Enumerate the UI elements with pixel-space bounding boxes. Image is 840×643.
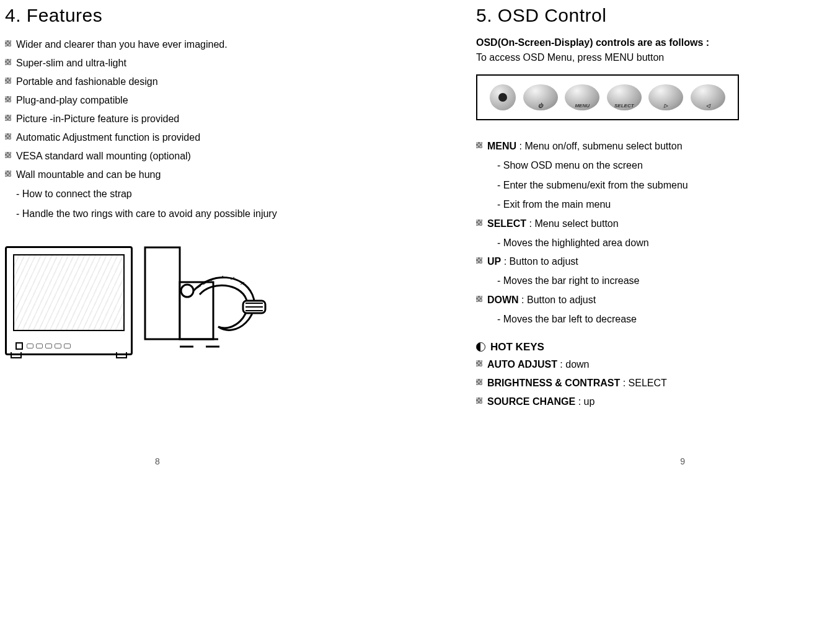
bullet-icon [476, 379, 482, 385]
osd-control: DOWN : Button to adjust [476, 293, 811, 308]
osd-control-text: UP : Button to adjust [487, 254, 578, 269]
osd-control-text: SELECT : Menu select button [487, 216, 619, 231]
hotkey-text: BRIGHTNESS & CONTRAST : SELECT [487, 376, 667, 391]
feature-item: Wall mountable and can be hung [5, 167, 352, 182]
bullet-icon [5, 133, 11, 140]
features-heading: 4. Features [5, 5, 352, 26]
osd-control: UP : Button to adjust [476, 254, 811, 269]
bullet-icon [476, 296, 482, 302]
feature-item: Portable and fashionable design [5, 74, 352, 89]
feature-subitem: - Handle the two rings with care to avoi… [16, 206, 352, 222]
left-column: 4. Features Wider and clearer than you h… [5, 5, 352, 413]
feature-text: Picture -in-Picture feature is provided [16, 112, 179, 126]
osd-control-sub: - Moves the bar left to decrease [497, 311, 811, 327]
feature-item: VESA standard wall mounting (optional) [5, 149, 352, 164]
bullet-icon [476, 142, 482, 148]
hotkeys-heading: HOT KEYS [476, 341, 811, 353]
bullet-icon [5, 59, 11, 65]
hotkey-text: AUTO ADJUST : down [487, 357, 590, 372]
page-number-left: 8 [155, 456, 160, 466]
menu-button-icon [565, 84, 599, 110]
hotkey-item: BRIGHTNESS & CONTRAST : SELECT [476, 376, 811, 391]
bullet-icon [476, 397, 482, 404]
feature-text: Wider and clearer than you have ever ima… [16, 37, 228, 52]
osd-heading: 5. OSD Control [476, 5, 811, 26]
monitor-icon [5, 246, 133, 355]
osd-control-sub: - Enter the submenu/exit from the submen… [497, 177, 811, 193]
bullet-icon [5, 96, 11, 102]
feature-text: Wall mountable and can be hung [16, 167, 161, 182]
bullet-icon [476, 220, 482, 226]
osd-control-sub: - Moves the bar right to increase [497, 273, 811, 289]
feature-item: Super-slim and ultra-light [5, 56, 352, 71]
select-button-icon [607, 84, 642, 110]
osd-control-sub: - Exit from the main menu [497, 197, 811, 213]
svg-rect-0 [145, 247, 180, 339]
bullet-icon [476, 360, 482, 366]
down-button-icon [691, 84, 725, 110]
hotkeys-title-text: HOT KEYS [490, 341, 544, 353]
feature-item: Wider and clearer than you have ever ima… [5, 37, 352, 52]
osd-intro-bold: OSD(On-Screen-Display) controls are as f… [476, 37, 811, 48]
bullet-icon [5, 171, 11, 177]
osd-intro: To access OSD Menu, press MENU button [476, 52, 811, 63]
power-button-icon [523, 84, 558, 110]
bullet-icon [5, 152, 11, 158]
up-button-icon [648, 84, 683, 110]
osd-control-sub: - Show OSD menu on the screen [497, 157, 811, 174]
hotkey-item: SOURCE CHANGE : up [476, 394, 811, 409]
power-led-icon [490, 84, 516, 110]
right-column: 5. OSD Control OSD(On-Screen-Display) co… [476, 5, 811, 413]
feature-text: VESA standard wall mounting (optional) [16, 149, 191, 164]
strap-illustration [5, 246, 352, 358]
button-row-illustration [476, 74, 739, 120]
feature-item: Picture -in-Picture feature is provided [5, 112, 352, 126]
bullet-icon [5, 78, 11, 84]
feature-text: Automatic Adjustment function is provide… [16, 130, 200, 145]
osd-control: SELECT : Menu select button [476, 216, 811, 231]
osd-control: MENU : Menu on/off, submenu select butto… [476, 139, 811, 154]
hotkey-item: AUTO ADJUST : down [476, 357, 811, 372]
osd-control-text: MENU : Menu on/off, submenu select butto… [487, 139, 683, 154]
osd-control-text: DOWN : Button to adjust [487, 293, 596, 308]
feature-item: Automatic Adjustment function is provide… [5, 130, 352, 145]
feature-subitem: - How to connect the strap [16, 186, 352, 202]
bullet-icon [476, 257, 482, 264]
feature-text: Portable and fashionable design [16, 74, 158, 89]
feature-text: Super-slim and ultra-light [16, 56, 126, 71]
osd-control-sub: - Moves the highlighted area down [497, 235, 811, 251]
feature-text: Plug-and-play compatible [16, 93, 128, 108]
svg-point-2 [181, 285, 193, 297]
hotkey-text: SOURCE CHANGE : up [487, 394, 595, 409]
bullet-icon [5, 40, 11, 47]
bullet-icon [5, 115, 11, 121]
page-number-right: 9 [680, 456, 685, 466]
mount-strap-icon [144, 246, 293, 358]
feature-item: Plug-and-play compatible [5, 93, 352, 108]
halfmoon-icon [476, 342, 485, 352]
